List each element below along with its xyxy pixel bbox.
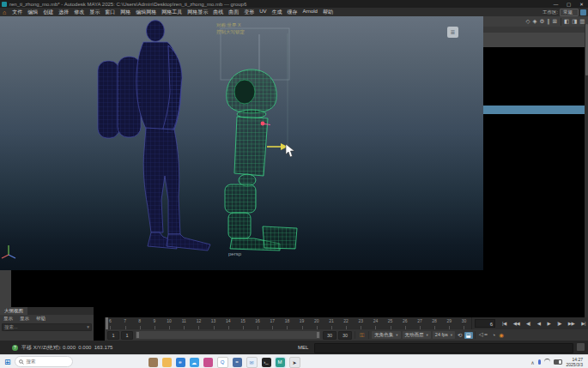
menu-Arnold[interactable]: Arnold — [300, 9, 320, 16]
menu-编辑网格[interactable]: 编辑网格 — [133, 9, 159, 16]
maya-logo-icon — [2, 2, 7, 7]
tray-chevron-icon[interactable]: ∧ — [530, 359, 534, 365]
command-line: ? 平移 X/Y/Z(绝对): 0.000 0.000 163.175 MEL — [0, 341, 588, 354]
wifi-icon[interactable] — [544, 359, 550, 365]
taskbar-search-input[interactable]: 搜索 — [15, 356, 73, 367]
window-title: ren_ti_zhong_mo.mb* - Autodesk MAYA 2025… — [9, 2, 246, 7]
mail-icon[interactable]: ✉ — [246, 357, 258, 368]
system-tray: ∧ 14:27 2025/3/3 — [529, 355, 586, 368]
menu-创建[interactable]: 创建 — [40, 9, 56, 16]
cloud-icon[interactable]: ☁ — [190, 358, 199, 367]
battery-icon[interactable] — [554, 359, 562, 365]
store-icon[interactable] — [203, 358, 213, 367]
file-explorer-icon[interactable] — [162, 358, 172, 367]
script-editor-icon[interactable] — [577, 343, 585, 351]
terminal-icon[interactable]: ›_ — [262, 358, 271, 367]
playback-button[interactable]: |◀ — [502, 321, 506, 326]
menu-窗口[interactable]: 窗口 — [102, 9, 118, 16]
search-icon — [19, 359, 24, 365]
playback-button[interactable]: ▶▶ — [568, 321, 574, 326]
pointer-app-icon[interactable]: ➤ — [289, 357, 300, 368]
menu-显示[interactable]: 显示 — [87, 9, 102, 16]
menu-选择[interactable]: 选择 — [56, 9, 71, 16]
playback-button[interactable]: ◀ — [537, 321, 541, 326]
menu-变形[interactable]: 变形 — [241, 9, 257, 16]
menu-bar: ⌂ 文件编辑创建选择修改显示窗口网格编辑网格网格工具网格显示曲线曲面变形UV生成… — [0, 8, 588, 16]
viewport-scene[interactable]: 对称:世界 X控制大写锁定 persp ≣ — [0, 16, 483, 270]
windows-taskbar: ⊞ 搜索 e☁Q=✉›_M➤ ∧ 14:27 2025/3/3 — [0, 354, 588, 368]
title-bar: ren_ti_zhong_mo.mb* - Autodesk MAYA 2025… — [0, 0, 588, 8]
mouse-cursor — [286, 144, 294, 157]
workspace-label: 工作区: — [543, 9, 558, 15]
menu-网格[interactable]: 网格 — [118, 9, 133, 16]
time-slider[interactable]: 6789101112131415161718192021222324252627… — [105, 317, 588, 329]
viewport-note-icon[interactable]: ≣ — [447, 27, 458, 38]
range-slider: 1 1 30 30 ⚿ 无角色集▾ 无动画层▾ 24 fps▾ ⟲ ⬓ ◁＝ ◔… — [105, 329, 588, 341]
clock-icon[interactable]: ◔ — [490, 332, 497, 338]
help-line-text: 平移 X/Y/Z(绝对): 0.000 0.000 163.175 — [21, 344, 112, 352]
selected-green-mesh[interactable] — [225, 69, 297, 250]
mel-label[interactable]: MEL — [298, 345, 308, 350]
playback-button[interactable]: |▶ — [557, 321, 561, 326]
help-icon: ? — [12, 345, 18, 351]
menu-曲线[interactable]: 曲线 — [210, 9, 226, 16]
playback-button[interactable]: ◀◀ — [513, 321, 519, 326]
menu-修改[interactable]: 修改 — [71, 9, 87, 16]
outliner-scrollbar[interactable] — [585, 24, 588, 368]
home-icon[interactable]: ⌂ — [3, 9, 6, 15]
range-bar[interactable] — [136, 331, 320, 339]
start-button[interactable]: ⊞ — [4, 358, 11, 366]
prefs-icon[interactable]: ◉ — [497, 332, 506, 339]
taskbar-clock[interactable]: 14:27 2025/3/3 — [567, 357, 583, 367]
minimize-button[interactable]: — — [549, 2, 562, 7]
menu-UV[interactable]: UV — [257, 9, 269, 16]
view-axis-gizmo — [2, 245, 15, 258]
search-app-icon[interactable]: Q — [217, 357, 228, 368]
menu-网格工具[interactable]: 网格工具 — [159, 9, 185, 16]
playback-end-field[interactable]: 30 — [323, 331, 336, 340]
anim-start-field[interactable]: 1 — [107, 331, 119, 340]
anim-end-field[interactable]: 30 — [338, 331, 352, 340]
playback-button[interactable]: ◀| — [526, 321, 530, 326]
fps-dropdown[interactable]: 24 fps▾ — [433, 331, 455, 339]
workspace-dropdown[interactable]: 常规 — [560, 9, 579, 16]
menu-缓存[interactable]: 缓存 — [285, 9, 300, 16]
human-wireframe-model[interactable] — [98, 21, 210, 251]
maximize-button[interactable]: ▢ — [562, 2, 575, 7]
menu-编辑[interactable]: 编辑 — [25, 9, 40, 16]
menu-网格显示[interactable]: 网格显示 — [185, 9, 210, 16]
playback-button[interactable]: ▶| — [581, 321, 585, 326]
scene-canvas — [0, 16, 483, 270]
auto-key-icon[interactable]: ⬓ — [464, 332, 473, 339]
camera-name-label: persp — [228, 251, 241, 256]
character-set-dropdown[interactable]: 无角色集▾ — [372, 331, 400, 339]
playback-controls: |◀◀◀◀|◀▶|▶▶▶▶| — [500, 317, 588, 329]
audio-icon[interactable]: ◁＝ — [477, 331, 491, 339]
edge-icon[interactable]: e — [176, 358, 185, 367]
maya-window: ren_ti_zhong_mo.mb* - Autodesk MAYA 2025… — [0, 0, 588, 368]
menu-曲面[interactable]: 曲面 — [226, 9, 241, 16]
menu-生成[interactable]: 生成 — [270, 9, 285, 16]
mel-input-field[interactable] — [314, 343, 573, 353]
widgets-icon[interactable] — [149, 358, 158, 367]
loop-icon[interactable]: ⟲ — [456, 332, 464, 339]
current-frame-field[interactable]: 6 — [475, 319, 495, 328]
viewport-hud-message: 对称:世界 X控制大写锁定 — [216, 21, 245, 35]
workspace-pin-icon[interactable] — [580, 9, 586, 15]
anim-layer-dropdown[interactable]: 无动画层▾ — [403, 331, 431, 339]
menu-帮助[interactable]: 帮助 — [320, 9, 336, 16]
calculator-icon[interactable]: = — [233, 358, 242, 367]
current-time-marker[interactable] — [106, 317, 108, 329]
menu-文件[interactable]: 文件 — [9, 9, 25, 16]
maya-app-icon[interactable]: M — [276, 358, 285, 367]
close-button[interactable]: ✕ — [575, 2, 588, 7]
playback-start-field[interactable]: 1 — [121, 331, 133, 340]
set-key-icon[interactable]: ⚿ — [360, 332, 364, 339]
playback-button[interactable]: ▶ — [547, 321, 550, 326]
microphone-icon[interactable] — [538, 359, 541, 365]
